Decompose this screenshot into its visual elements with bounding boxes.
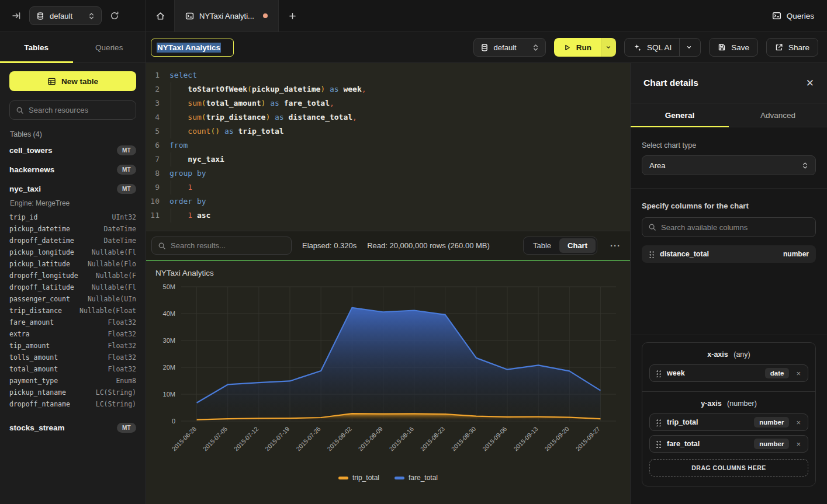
column-type: Nullable(F [96,272,136,280]
column-type: Enum8 [116,377,136,385]
new-table-button[interactable]: New table [9,71,136,91]
column-name: fare_amount [9,318,54,326]
remove-icon[interactable]: × [795,369,802,378]
column-type: Float32 [108,330,136,338]
column-row: total_amountFloat32 [9,363,136,375]
token [169,113,188,121]
code-line: 3 sum(total_amount) as fare_total, [146,96,630,110]
table-row[interactable]: hackernewsMT [9,160,136,179]
database-name: default [50,12,72,20]
tab-label: NYTaxi Analyti... [199,12,254,20]
legend-item-fare_total[interactable]: fare_total [395,474,438,482]
tables-list: cell_towersMThackernewsMTnyc_taxiMTEngin… [9,141,136,437]
refresh-icon[interactable] [110,11,119,20]
code-text: select [169,68,197,82]
code-line: 10order by [146,194,630,208]
view-toggle-chart[interactable]: Chart [559,238,596,253]
table-row[interactable]: stocks_streamMT [9,418,136,437]
column-name: passenger_count [9,295,70,303]
code-line: 7 nyc_taxi [146,152,630,166]
main-area: 1select2 toStartOfWeek(pickup_datetime) … [146,63,630,504]
column-type: Float32 [108,342,136,350]
drop-zone[interactable]: DRAG COLUMNS HERE [649,459,808,477]
column-row: dropoff_ntanameLC(String) [9,398,136,410]
axis-column-chip[interactable]: trip_totalnumber× [649,413,808,431]
axis-column-chip[interactable]: fare_totalnumber× [649,435,808,453]
tab-queries[interactable]: Queries [73,32,146,62]
panel-body: Select chart type Area Specify columns f… [631,127,827,504]
sql-editor[interactable]: 1select2 toStartOfWeek(pickup_datetime) … [146,63,630,231]
token: () [210,127,220,135]
token [325,85,330,93]
query-title-input[interactable]: NYTaxi Analytics [151,39,234,57]
code-text: toStartOfWeek(pickup_datetime) as week, [169,82,366,96]
column-type: Float32 [108,365,136,373]
sidebar-search[interactable] [9,100,136,120]
columns-search[interactable] [642,217,816,237]
available-column-chip[interactable]: distance_totalnumber [642,245,816,263]
tab-general[interactable]: General [631,103,729,127]
token [169,211,188,220]
columns-search-input[interactable] [661,223,809,232]
save-button[interactable]: Save [709,38,758,57]
chart-type-select[interactable]: Area [642,155,816,175]
tab-nytaxi-analytics[interactable]: NYTaxi Analyti... [174,0,279,32]
queries-button[interactable]: Queries [772,11,814,20]
home-icon [155,11,165,21]
token: ( [202,99,206,107]
chart-area: NYTaxi Analytics 010M20M30M40M50M2015-06… [146,261,630,504]
drag-handle-icon[interactable] [649,250,654,258]
token [279,99,284,107]
chevron-down-icon[interactable] [686,44,692,50]
axis-column-chip[interactable]: weekdate× [649,364,808,382]
run-options-button[interactable] [601,38,616,57]
legend-item-trip_total[interactable]: trip_total [338,474,379,482]
results-search-input[interactable] [171,241,285,250]
line-number: 10 [146,194,169,208]
type-badge: number [754,417,789,427]
svg-text:10M: 10M [163,391,175,398]
remove-icon[interactable]: × [795,418,802,427]
column-type: Nullable(Float [79,307,136,315]
run-button[interactable]: Run [554,38,601,57]
tab-tables[interactable]: Tables [0,32,73,62]
sql-ai-button[interactable]: SQL AI [624,38,701,57]
database-selector[interactable]: default [29,6,102,25]
drag-handle-icon[interactable] [656,369,661,377]
column-name: dropoff_ntaname [9,400,70,408]
table-name: cell_towers [9,146,53,155]
home-tab[interactable] [146,0,174,32]
chart-title: NYTaxi Analytics [146,261,630,277]
sidebar-search-input[interactable] [29,106,132,114]
chevron-updown-icon [802,162,808,169]
token: group by [169,169,206,178]
results-search[interactable] [151,237,292,255]
column-name: trip_id [9,213,37,221]
new-table-label: New table [61,77,98,86]
drag-handle-icon[interactable] [656,418,661,426]
x-tick-label: 2015-07-19 [264,425,291,453]
x-tick-label: 2015-09-06 [481,425,508,453]
remove-icon[interactable]: × [795,440,802,449]
close-icon[interactable]: ✕ [806,77,814,89]
engine-badge: MT [117,423,136,433]
chart-type-label: Select chart type [642,141,816,150]
more-options-icon[interactable]: ··· [608,241,623,251]
engine-badge: MT [117,184,136,194]
console-icon [185,12,194,20]
column-name: pickup_datetime [9,225,70,233]
view-toggle-table[interactable]: Table [525,238,559,253]
column-name: dropoff_datetime [9,237,74,245]
share-button[interactable]: Share [766,38,818,57]
collapse-sidebar-icon[interactable] [12,11,21,20]
code-text: 1 [169,180,192,194]
area-chart[interactable]: 010M20M30M40M50M2015-06-282015-07-052015… [146,277,630,471]
drag-handle-icon[interactable] [656,440,661,448]
new-tab-button[interactable] [279,0,307,32]
table-row[interactable]: nyc_taxiMT [9,179,136,199]
tab-advanced[interactable]: Advanced [729,103,827,127]
share-icon [775,43,783,51]
toolbar-database-selector[interactable]: default [473,38,546,57]
table-row[interactable]: cell_towersMT [9,141,136,160]
y-axis-hint: (number) [727,399,757,408]
